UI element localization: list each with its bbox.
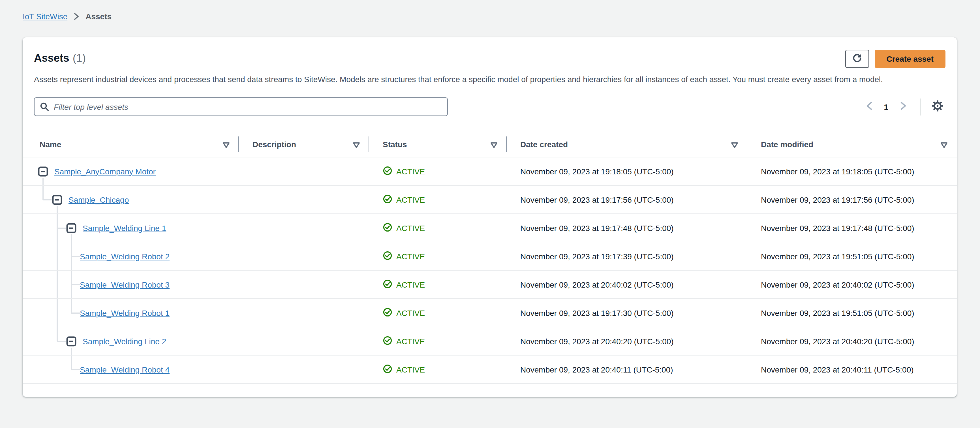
sort-triangle-icon [223,141,230,150]
description-cell [239,356,369,383]
status-badge: ACTIVE [383,364,425,375]
preferences-button[interactable] [930,99,945,115]
status-badge: ACTIVE [383,165,425,177]
description-cell [239,158,369,185]
date-created-cell: November 09, 2023 at 19:18:05 (UTC-5:00) [507,158,747,185]
status-label: ACTIVE [396,167,425,176]
column-label: Date modified [761,140,813,149]
sort-triangle-icon [490,141,498,150]
column-header-description[interactable]: Description [239,131,369,157]
chevron-left-icon [865,101,873,112]
date-created-cell: November 09, 2023 at 19:17:30 (UTC-5:00) [507,299,747,327]
assets-table: Name Description Status Date created Dat… [23,131,957,384]
gear-icon [931,100,944,114]
status-badge: ACTIVE [383,222,425,234]
description-cell [239,270,369,298]
table-row: Sample_Chicago ACTIVE November 09, 2023 … [23,186,957,214]
date-modified-cell: November 09, 2023 at 19:17:56 (UTC-5:00) [747,186,957,213]
table-row: Sample_Welding Robot 2 ACTIVE November 0… [23,242,957,270]
status-label: ACTIVE [396,280,425,289]
breadcrumb: IoT SiteWise Assets [0,0,980,21]
page-title-text: Assets [34,52,69,64]
check-circle-icon [383,250,392,262]
column-label: Name [40,140,61,149]
refresh-button[interactable] [845,50,869,68]
table-header-row: Name Description Status Date created Dat… [23,131,957,158]
asset-name-link[interactable]: Sample_Welding Line 2 [83,337,166,345]
date-created-cell: November 09, 2023 at 20:40:20 (UTC-5:00) [507,327,747,355]
description-cell [239,299,369,327]
date-created-cell: November 09, 2023 at 20:40:11 (UTC-5:00) [507,356,747,383]
next-page-button[interactable] [895,99,911,115]
status-label: ACTIVE [396,223,425,232]
collapse-row-toggle[interactable] [37,166,49,177]
column-header-date-modified[interactable]: Date modified [747,131,957,157]
collapse-row-toggle[interactable] [66,336,77,347]
status-badge: ACTIVE [383,194,425,205]
previous-page-button[interactable] [861,99,877,115]
date-modified-cell: November 09, 2023 at 19:18:05 (UTC-5:00) [747,158,957,185]
iot-sitewise-assets-page: IoT SiteWise Assets Assets(1) [0,0,980,428]
column-label: Date created [520,140,568,149]
date-created-cell: November 09, 2023 at 20:40:02 (UTC-5:00) [507,270,747,298]
date-created-cell: November 09, 2023 at 19:17:39 (UTC-5:00) [507,242,747,270]
status-badge: ACTIVE [383,279,425,290]
minus-square-icon [66,336,77,347]
check-circle-icon [383,222,392,234]
asset-name-link[interactable]: Sample_Welding Robot 2 [80,251,170,261]
status-label: ACTIVE [396,308,425,317]
description-cell [239,214,369,242]
status-badge: ACTIVE [383,307,425,318]
breadcrumb-current-assets: Assets [86,12,111,21]
date-modified-cell: November 09, 2023 at 19:51:05 (UTC-5:00) [747,242,957,270]
create-asset-button[interactable]: Create asset [874,50,945,68]
panel-description: Assets represent industrial devices and … [34,73,940,85]
refresh-icon [851,53,862,65]
sort-triangle-icon [940,141,948,150]
date-modified-cell: November 09, 2023 at 20:40:20 (UTC-5:00) [747,327,957,355]
breadcrumb-link-iot-sitewise[interactable]: IoT SiteWise [23,12,67,21]
asset-name-link[interactable]: Sample_Welding Line 1 [83,223,166,232]
date-modified-cell: November 09, 2023 at 20:40:11 (UTC-5:00) [747,356,957,383]
asset-name-link[interactable]: Sample_AnyCompany Motor [54,167,156,176]
status-badge: ACTIVE [383,336,425,347]
column-header-name[interactable]: Name [23,131,239,157]
status-label: ACTIVE [396,337,425,345]
sort-triangle-icon [731,141,738,150]
date-created-cell: November 09, 2023 at 19:17:48 (UTC-5:00) [507,214,747,242]
sort-triangle-icon [353,141,360,150]
check-circle-icon [383,279,392,290]
date-created-cell: November 09, 2023 at 19:17:56 (UTC-5:00) [507,186,747,213]
minus-square-icon [51,194,63,205]
table-row: Sample_Welding Robot 3 ACTIVE November 0… [23,270,957,299]
asset-name-link[interactable]: Sample_Welding Robot 4 [80,365,170,374]
asset-name-link[interactable]: Sample_Welding Robot 1 [80,308,170,317]
status-label: ACTIVE [396,195,425,204]
column-label: Description [253,140,296,149]
check-circle-icon [383,336,392,347]
table-row: Sample_Welding Robot 4 ACTIVE November 0… [23,356,957,384]
check-circle-icon [383,307,392,318]
column-header-status[interactable]: Status [369,131,507,157]
date-modified-cell: November 09, 2023 at 20:40:02 (UTC-5:00) [747,270,957,298]
column-label: Status [383,140,407,149]
assets-panel: Assets(1) Create asset Assets represe [23,37,957,397]
status-badge: ACTIVE [383,250,425,262]
description-cell [239,327,369,355]
status-label: ACTIVE [396,365,425,374]
table-row: Sample_Welding Robot 1 ACTIVE November 0… [23,299,957,327]
asset-name-link[interactable]: Sample_Welding Robot 3 [80,280,170,289]
check-circle-icon [383,194,392,205]
collapse-row-toggle[interactable] [51,194,63,205]
filter-assets-input[interactable] [34,97,448,116]
date-modified-cell: November 09, 2023 at 19:51:05 (UTC-5:00) [747,299,957,327]
current-page-number[interactable]: 1 [877,102,895,111]
chevron-right-icon [899,101,907,112]
column-header-date-created[interactable]: Date created [507,131,747,157]
collapse-row-toggle[interactable] [66,223,77,234]
description-cell [239,242,369,270]
asset-name-link[interactable]: Sample_Chicago [68,195,129,204]
status-label: ACTIVE [396,251,425,261]
minus-square-icon [37,166,49,177]
date-modified-cell: November 09, 2023 at 19:17:48 (UTC-5:00) [747,214,957,242]
